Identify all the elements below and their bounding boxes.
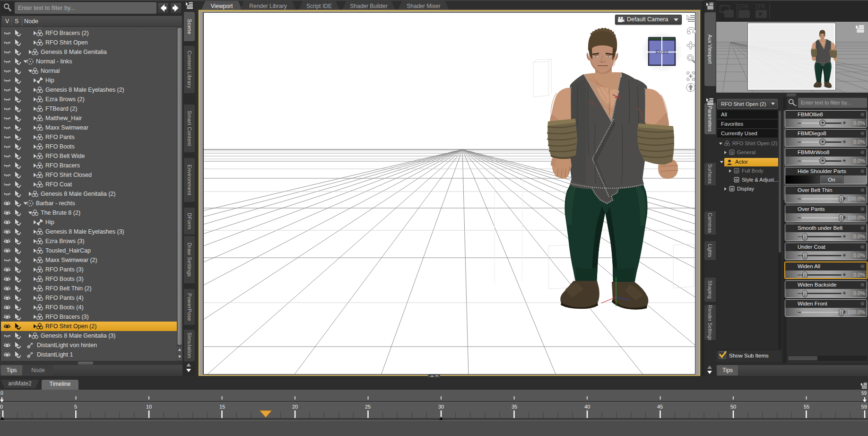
svg-text:IPR: IPR (738, 4, 748, 10)
svg-text:Front: Front (656, 49, 669, 55)
svg-text:45: 45 (657, 404, 663, 410)
svg-text:10: 10 (146, 404, 152, 410)
svg-text:59: 59 (861, 404, 867, 410)
svg-text:20: 20 (292, 404, 298, 410)
svg-text:40: 40 (584, 404, 590, 410)
svg-text:50: 50 (730, 404, 736, 410)
svg-text:15: 15 (219, 404, 225, 410)
svg-text:25: 25 (365, 404, 371, 410)
svg-text:0: 0 (0, 404, 3, 410)
svg-text:IPR: IPR (755, 4, 765, 10)
svg-text:55: 55 (804, 404, 809, 410)
svg-text:5: 5 (74, 404, 77, 410)
svg-text:35: 35 (512, 404, 517, 410)
svg-text:30: 30 (438, 404, 444, 410)
